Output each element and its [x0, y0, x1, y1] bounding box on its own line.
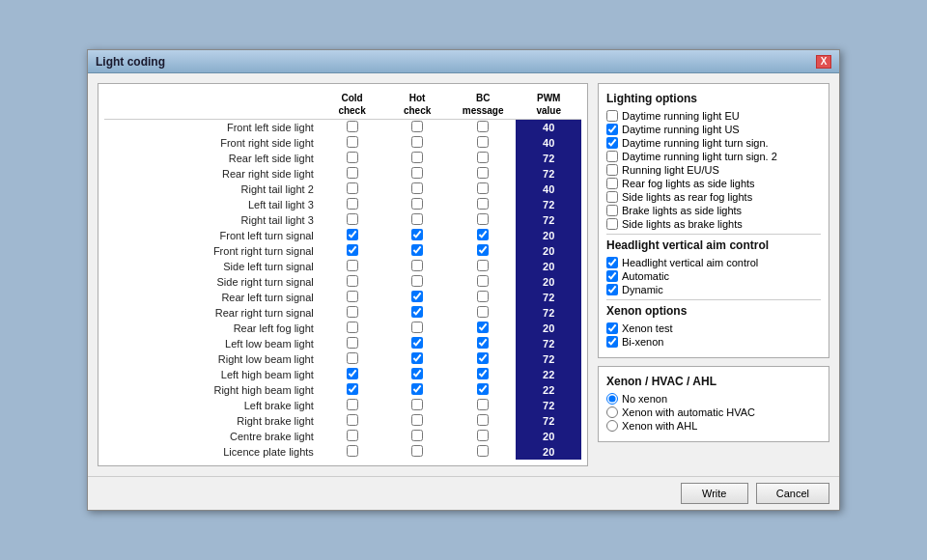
cold-check-11[interactable] [320, 290, 385, 305]
hot-checkbox-16[interactable] [411, 368, 423, 379]
hot-check-3[interactable] [384, 166, 450, 182]
bc-check-2[interactable] [450, 151, 517, 166]
bc-check-11[interactable] [450, 290, 517, 305]
cold-checkbox-8[interactable] [347, 244, 358, 256]
hot-checkbox-21[interactable] [411, 445, 423, 457]
cold-checkbox-10[interactable] [347, 275, 358, 287]
hot-check-8[interactable] [384, 243, 450, 259]
hot-check-21[interactable] [384, 444, 450, 460]
lighting-checkbox-7[interactable] [606, 205, 618, 216]
lighting-checkbox-5[interactable] [606, 178, 618, 189]
close-button[interactable]: X [816, 55, 831, 69]
lighting-checkbox-6[interactable] [606, 191, 618, 203]
hot-check-12[interactable] [384, 305, 450, 321]
cold-checkbox-1[interactable] [347, 136, 358, 148]
bc-checkbox-20[interactable] [477, 430, 489, 441]
cold-check-7[interactable] [320, 228, 385, 243]
hot-check-19[interactable] [384, 413, 450, 429]
bc-check-15[interactable] [450, 351, 517, 367]
cold-checkbox-12[interactable] [347, 306, 358, 318]
hot-checkbox-0[interactable] [411, 121, 423, 132]
cold-check-3[interactable] [320, 166, 385, 182]
hot-check-15[interactable] [384, 351, 450, 367]
cold-checkbox-17[interactable] [347, 383, 358, 395]
hot-check-9[interactable] [384, 259, 450, 274]
hot-checkbox-11[interactable] [411, 291, 423, 302]
lighting-checkbox-8[interactable] [606, 218, 618, 230]
headlight-checkbox-0[interactable] [606, 257, 618, 268]
bc-check-4[interactable] [450, 182, 517, 197]
bc-check-19[interactable] [450, 413, 517, 429]
xenon-hvac-radio-2[interactable] [606, 420, 618, 432]
bc-check-8[interactable] [450, 243, 517, 259]
cold-check-15[interactable] [320, 351, 385, 367]
cold-checkbox-18[interactable] [347, 399, 358, 410]
lighting-checkbox-2[interactable] [606, 137, 618, 149]
cold-checkbox-14[interactable] [347, 337, 358, 349]
hot-checkbox-12[interactable] [411, 306, 423, 318]
hot-checkbox-2[interactable] [411, 152, 423, 163]
hot-check-11[interactable] [384, 290, 450, 305]
xenon-hvac-radio-1[interactable] [606, 406, 618, 418]
lighting-checkbox-4[interactable] [606, 164, 618, 176]
bc-check-12[interactable] [450, 305, 517, 321]
cold-check-0[interactable] [320, 120, 385, 136]
lighting-checkbox-1[interactable] [606, 124, 618, 135]
bc-check-0[interactable] [450, 120, 517, 136]
bc-checkbox-15[interactable] [477, 352, 489, 364]
cold-check-9[interactable] [320, 259, 385, 274]
bc-checkbox-11[interactable] [477, 291, 489, 302]
headlight-checkbox-1[interactable] [606, 270, 618, 282]
hot-checkbox-13[interactable] [411, 322, 423, 333]
hot-check-7[interactable] [384, 228, 450, 243]
cold-checkbox-0[interactable] [347, 121, 358, 132]
cold-checkbox-2[interactable] [347, 152, 358, 163]
xenon-checkbox-0[interactable] [606, 322, 618, 334]
cancel-button[interactable]: Cancel [756, 483, 829, 504]
bc-checkbox-21[interactable] [477, 445, 489, 457]
headlight-checkbox-2[interactable] [606, 284, 618, 295]
cold-checkbox-4[interactable] [347, 182, 358, 194]
hot-check-17[interactable] [384, 382, 450, 398]
hot-check-2[interactable] [384, 151, 450, 166]
bc-checkbox-6[interactable] [477, 213, 489, 225]
cold-checkbox-6[interactable] [347, 213, 358, 225]
hot-checkbox-17[interactable] [411, 383, 423, 395]
bc-checkbox-1[interactable] [477, 136, 489, 148]
lighting-checkbox-0[interactable] [606, 110, 618, 122]
cold-checkbox-3[interactable] [347, 167, 358, 179]
bc-checkbox-7[interactable] [477, 229, 489, 240]
bc-check-14[interactable] [450, 336, 517, 351]
cold-check-10[interactable] [320, 274, 385, 290]
cold-check-13[interactable] [320, 321, 385, 336]
cold-checkbox-15[interactable] [347, 352, 358, 364]
bc-check-7[interactable] [450, 228, 517, 243]
bc-check-16[interactable] [450, 367, 517, 382]
bc-check-5[interactable] [450, 197, 517, 212]
bc-check-9[interactable] [450, 259, 517, 274]
hot-checkbox-3[interactable] [411, 167, 423, 179]
cold-check-18[interactable] [320, 398, 385, 413]
cold-check-21[interactable] [320, 444, 385, 460]
bc-check-6[interactable] [450, 212, 517, 228]
hot-checkbox-10[interactable] [411, 275, 423, 287]
hot-checkbox-9[interactable] [411, 260, 423, 271]
write-button[interactable]: Write [681, 483, 748, 504]
xenon-hvac-radio-0[interactable] [606, 393, 618, 405]
bc-check-1[interactable] [450, 135, 517, 151]
bc-check-18[interactable] [450, 398, 517, 413]
bc-checkbox-2[interactable] [477, 152, 489, 163]
cold-checkbox-16[interactable] [347, 368, 358, 379]
bc-checkbox-5[interactable] [477, 198, 489, 210]
bc-checkbox-17[interactable] [477, 383, 489, 395]
hot-check-0[interactable] [384, 120, 450, 136]
hot-check-20[interactable] [384, 429, 450, 444]
cold-checkbox-20[interactable] [347, 430, 358, 441]
hot-checkbox-1[interactable] [411, 136, 423, 148]
bc-check-21[interactable] [450, 444, 517, 460]
bc-checkbox-0[interactable] [477, 121, 489, 132]
hot-check-6[interactable] [384, 212, 450, 228]
bc-check-13[interactable] [450, 321, 517, 336]
bc-checkbox-8[interactable] [477, 244, 489, 256]
cold-checkbox-5[interactable] [347, 198, 358, 210]
